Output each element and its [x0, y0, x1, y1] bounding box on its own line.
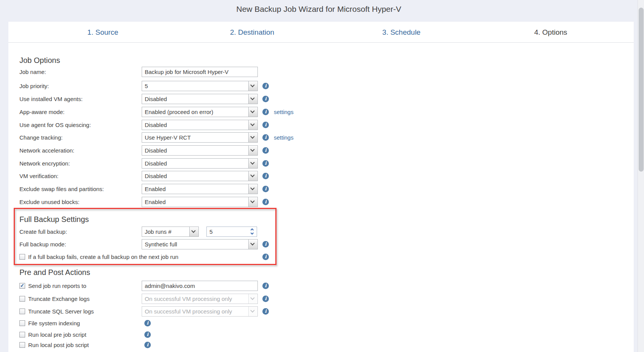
dropdown-button[interactable]: [248, 171, 257, 181]
dropdown-button[interactable]: [248, 159, 257, 168]
info-icon[interactable]: i: [262, 147, 269, 154]
job-priority-select[interactable]: 5: [142, 81, 258, 91]
send-reports-label[interactable]: Send job run reports to: [28, 283, 86, 289]
run-post-script-label[interactable]: Run local post job script: [28, 342, 89, 348]
info-icon[interactable]: i: [144, 331, 151, 338]
file-system-indexing-checkbox[interactable]: ✓: [19, 320, 25, 326]
exclude-unused-label: Exclude unused blocks:: [19, 199, 80, 205]
full-backup-fallback-checkbox[interactable]: ✓: [19, 254, 25, 260]
network-acceleration-select[interactable]: Disabled: [142, 145, 258, 156]
run-pre-script-label[interactable]: Run local pre job script: [28, 331, 86, 338]
change-tracking-value: Use Hyper-V RCT: [145, 134, 191, 141]
vertical-scrollbar[interactable]: [638, 0, 644, 352]
create-full-backup-trigger-select[interactable]: Job runs #: [142, 227, 199, 237]
chevron-down-icon: [250, 199, 254, 203]
wizard-step-tabs: 1. Source 2. Destination 3. Schedule 4. …: [8, 22, 634, 43]
info-icon[interactable]: i: [262, 254, 269, 260]
row-app-aware: App-aware mode: Enabled (proceed on erro…: [19, 107, 495, 117]
send-reports-email-input[interactable]: [142, 281, 258, 291]
tab-options[interactable]: 4. Options: [494, 22, 608, 43]
info-icon[interactable]: i: [262, 122, 269, 128]
spinner-down-icon[interactable]: [251, 232, 254, 236]
tab-source[interactable]: 1. Source: [46, 22, 160, 43]
chevron-down-icon: [250, 173, 254, 177]
truncate-sql-checkbox[interactable]: ✓: [19, 309, 25, 314]
job-priority-value: 5: [145, 83, 148, 89]
dropdown-button[interactable]: [248, 94, 257, 104]
chevron-down-icon: [250, 186, 254, 190]
tab-schedule[interactable]: 3. Schedule: [344, 22, 459, 43]
truncate-exchange-label[interactable]: Truncate Exchange logs: [28, 296, 89, 302]
job-name-input[interactable]: [142, 67, 258, 77]
vm-agents-select[interactable]: Disabled: [142, 94, 258, 104]
row-os-quiescing: Use agent for OS quiescing: Disabled i: [19, 120, 495, 130]
truncate-exchange-value: On successful VM processing only: [145, 296, 232, 302]
info-icon[interactable]: i: [262, 186, 269, 192]
scrollbar-thumb[interactable]: [639, 8, 644, 172]
job-priority-label: Job priority:: [19, 83, 49, 89]
network-acceleration-value: Disabled: [145, 147, 167, 154]
dropdown-button[interactable]: [248, 107, 257, 117]
chevron-down-icon: [250, 160, 254, 164]
full-backup-fallback-label[interactable]: If a full backup fails, create a full ba…: [28, 254, 178, 260]
full-backup-mode-select[interactable]: Synthetic full: [142, 239, 258, 249]
truncate-sql-label[interactable]: Truncate SQL Server logs: [28, 308, 94, 315]
info-icon[interactable]: i: [262, 134, 269, 141]
tab-destination[interactable]: 2. Destination: [195, 22, 309, 43]
change-tracking-settings-link[interactable]: settings: [274, 134, 294, 141]
chevron-down-icon: [191, 228, 195, 233]
os-quiescing-label: Use agent for OS quiescing:: [19, 122, 91, 128]
dropdown-button[interactable]: [189, 227, 198, 236]
dropdown-button[interactable]: [248, 133, 257, 142]
dropdown-button[interactable]: [248, 146, 257, 155]
info-icon[interactable]: i: [262, 83, 269, 89]
chevron-down-icon: [250, 308, 254, 312]
truncate-sql-value: On successful VM processing only: [145, 308, 232, 315]
vm-verification-select[interactable]: Disabled: [142, 171, 258, 181]
section-heading-pre-post-actions: Pre and Post Actions: [19, 268, 90, 277]
dropdown-button[interactable]: [248, 197, 257, 207]
run-pre-script-checkbox[interactable]: ✓: [19, 332, 25, 338]
chevron-down-icon: [250, 96, 254, 100]
info-icon[interactable]: i: [144, 342, 151, 348]
truncate-exchange-checkbox[interactable]: ✓: [19, 296, 25, 302]
row-full-backup-mode: Full backup mode: Synthetic full i: [19, 239, 495, 249]
info-icon[interactable]: i: [262, 96, 269, 102]
info-icon[interactable]: i: [144, 320, 151, 326]
row-change-tracking: Change tracking: Use Hyper-V RCT i setti…: [19, 132, 495, 143]
exclude-swap-value: Enabled: [145, 186, 166, 192]
row-exclude-unused: Exclude unused blocks: Enabled i: [19, 197, 495, 207]
info-icon[interactable]: i: [262, 199, 269, 205]
info-icon[interactable]: i: [262, 241, 269, 248]
info-icon[interactable]: i: [262, 160, 269, 167]
info-icon[interactable]: i: [262, 296, 269, 302]
chevron-down-icon: [250, 109, 254, 113]
run-post-script-checkbox[interactable]: ✓: [19, 342, 25, 348]
send-reports-checkbox[interactable]: ✓: [19, 283, 25, 289]
os-quiescing-select[interactable]: Disabled: [142, 120, 258, 130]
row-exclude-swap: Exclude swap files and partitions: Enabl…: [19, 184, 495, 194]
exclude-swap-select[interactable]: Enabled: [142, 184, 258, 194]
info-icon[interactable]: i: [262, 173, 269, 179]
dropdown-button[interactable]: [248, 120, 257, 130]
file-system-indexing-label[interactable]: File system indexing: [28, 320, 80, 326]
exclude-unused-select[interactable]: Enabled: [142, 197, 258, 207]
row-truncate-sql: ✓ Truncate SQL Server logs On successful…: [19, 306, 495, 317]
spinner-up-icon[interactable]: [251, 228, 254, 231]
network-encryption-label: Network encryption:: [19, 160, 70, 167]
app-aware-select[interactable]: Enabled (proceed on error): [142, 107, 258, 117]
dropdown-button[interactable]: [248, 184, 257, 194]
info-icon[interactable]: i: [262, 109, 269, 115]
dropdown-button[interactable]: [248, 239, 257, 249]
create-full-backup-trigger-value: Job runs #: [145, 228, 171, 235]
full-backup-count-stepper[interactable]: 5: [206, 227, 257, 237]
change-tracking-select[interactable]: Use Hyper-V RCT: [142, 132, 258, 143]
app-aware-settings-link[interactable]: settings: [274, 109, 294, 115]
vm-verification-value: Disabled: [145, 173, 167, 179]
info-icon[interactable]: i: [262, 308, 269, 315]
info-icon[interactable]: i: [262, 283, 269, 289]
dropdown-button[interactable]: [248, 81, 257, 91]
row-truncate-exchange: ✓ Truncate Exchange logs On successful V…: [19, 294, 495, 304]
network-encryption-select[interactable]: Disabled: [142, 158, 258, 169]
row-full-backup-fallback: ✓ If a full backup fails, create a full …: [19, 252, 495, 262]
